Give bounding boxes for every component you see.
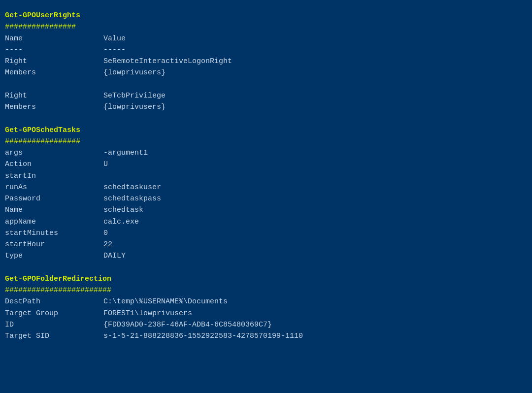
row-name: Password bbox=[5, 193, 103, 204]
section-divider-gpo-user-rights: ################ bbox=[5, 21, 527, 33]
row-value: -argument1 bbox=[103, 147, 148, 159]
spacer bbox=[5, 113, 527, 124]
table-dashes-row: ---- ----- bbox=[5, 44, 527, 56]
table-row: Password schedtaskpass bbox=[5, 193, 527, 204]
col2-header: Value bbox=[103, 33, 126, 44]
section-gpo-folder-redirection: Get-GPOFolderRedirection ###############… bbox=[5, 273, 527, 342]
table-header-row: Name Value bbox=[5, 33, 527, 44]
row-value: schedtask bbox=[103, 204, 143, 216]
table-row: Target SID s-1-5-21-888228836-1552922583… bbox=[5, 330, 527, 342]
row-value: {lowprivusers} bbox=[103, 67, 166, 78]
row-name: Members bbox=[5, 67, 103, 78]
row-name: type bbox=[5, 250, 103, 262]
table-row: type DAILY bbox=[5, 250, 527, 262]
row-name: startHour bbox=[5, 239, 103, 250]
row-name: startIn bbox=[5, 170, 103, 182]
table-row: Right SeTcbPrivilege bbox=[5, 90, 527, 101]
row-name: startMinutes bbox=[5, 228, 103, 239]
row-value: DAILY bbox=[103, 250, 126, 262]
row-value: FOREST1\lowprivusers bbox=[103, 308, 192, 319]
spacer bbox=[5, 262, 527, 273]
row-value: {FDD39AD0-238F-46AF-ADB4-6C85480369C7} bbox=[103, 319, 272, 330]
row-value: calc.exe bbox=[103, 216, 139, 228]
section-header-gpo-folder-redirection: Get-GPOFolderRedirection bbox=[5, 273, 527, 285]
row-name: Target Group bbox=[5, 308, 103, 319]
table-row: Right SeRemoteInteractiveLogonRight bbox=[5, 56, 527, 67]
col1-header: Name bbox=[5, 33, 103, 44]
row-value: SeRemoteInteractiveLogonRight bbox=[103, 56, 232, 67]
row-name: args bbox=[5, 147, 103, 159]
table-row: DestPath C:\temp\%USERNAME%\Documents bbox=[5, 296, 527, 307]
row-name: Members bbox=[5, 101, 103, 113]
table-row: Members {lowprivusers} bbox=[5, 101, 527, 113]
row-name: DestPath bbox=[5, 296, 103, 307]
row-value: U bbox=[103, 159, 108, 170]
row-value: s-1-5-21-888228836-1552922583-4278570199… bbox=[103, 330, 303, 342]
section-divider-gpo-sched-tasks: ################# bbox=[5, 136, 527, 147]
empty-row bbox=[5, 79, 527, 90]
table-row: Members {lowprivusers} bbox=[5, 67, 527, 78]
table-row: args -argument1 bbox=[5, 147, 527, 159]
row-value: 0 bbox=[103, 228, 108, 239]
section-gpo-user-rights: Get-GPOUserRights ################ Name … bbox=[5, 10, 527, 113]
row-value: schedtaskpass bbox=[103, 193, 161, 204]
row-value: 22 bbox=[103, 239, 112, 250]
table-row: startMinutes 0 bbox=[5, 228, 527, 239]
table-row: Action U bbox=[5, 159, 527, 170]
row-name: runAs bbox=[5, 182, 103, 193]
row-value: SeTcbPrivilege bbox=[103, 90, 166, 101]
row-name: ID bbox=[5, 319, 103, 330]
row-name: Name bbox=[5, 204, 103, 216]
table-row: Name schedtask bbox=[5, 204, 527, 216]
row-name: appName bbox=[5, 216, 103, 228]
section-header-gpo-user-rights: Get-GPOUserRights bbox=[5, 10, 527, 21]
table-row: startIn bbox=[5, 170, 527, 182]
row-value: {lowprivusers} bbox=[103, 101, 166, 113]
row-name: Target SID bbox=[5, 330, 103, 342]
table-row: Target Group FOREST1\lowprivusers bbox=[5, 308, 527, 319]
table-row: ID {FDD39AD0-238F-46AF-ADB4-6C85480369C7… bbox=[5, 319, 527, 330]
row-value: schedtaskuser bbox=[103, 182, 161, 193]
table-row: startHour 22 bbox=[5, 239, 527, 250]
row-name: Right bbox=[5, 56, 103, 67]
table-row: appName calc.exe bbox=[5, 216, 527, 228]
section-header-gpo-sched-tasks: Get-GPOSchedTasks bbox=[5, 125, 527, 136]
row-name: Action bbox=[5, 159, 103, 170]
table-row: runAs schedtaskuser bbox=[5, 182, 527, 193]
col2-dashes: ----- bbox=[103, 44, 126, 56]
section-divider-gpo-folder-redirection: ######################## bbox=[5, 285, 527, 296]
col1-dashes: ---- bbox=[5, 44, 103, 56]
row-value: C:\temp\%USERNAME%\Documents bbox=[103, 296, 228, 307]
terminal-output: Get-GPOUserRights ################ Name … bbox=[5, 10, 527, 342]
section-gpo-sched-tasks: Get-GPOSchedTasks ################# args… bbox=[5, 125, 527, 262]
row-name: Right bbox=[5, 90, 103, 101]
